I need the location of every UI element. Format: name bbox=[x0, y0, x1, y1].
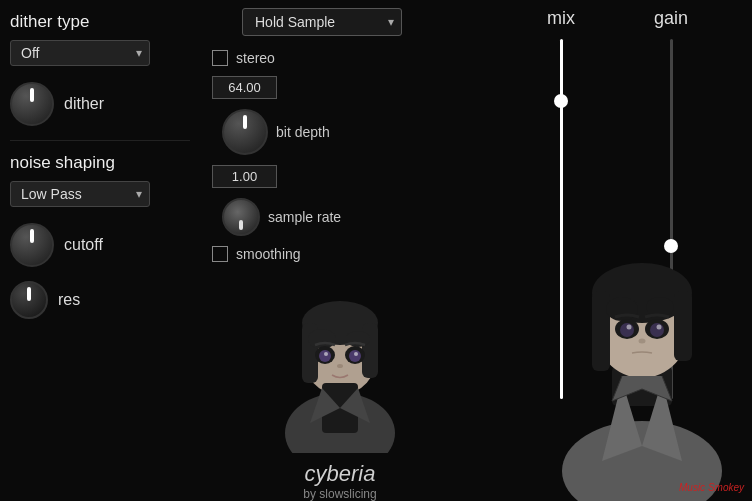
svg-point-28 bbox=[650, 323, 664, 337]
watermark: Music Smokey bbox=[679, 482, 744, 493]
res-knob[interactable] bbox=[10, 281, 48, 319]
anime-subtitle: by slowslicing bbox=[250, 487, 430, 501]
right-panel: mix gain bbox=[480, 0, 752, 501]
svg-rect-21 bbox=[592, 291, 610, 371]
sample-rate-label: sample rate bbox=[268, 209, 341, 225]
anime-title: cyberia bbox=[250, 461, 430, 487]
svg-point-11 bbox=[349, 350, 361, 362]
svg-point-29 bbox=[627, 325, 632, 330]
res-label: res bbox=[58, 291, 80, 309]
stereo-label: stereo bbox=[236, 50, 275, 66]
smoothing-label: smoothing bbox=[236, 246, 301, 262]
res-knob-row: res bbox=[10, 281, 190, 319]
bit-depth-knob-row: bit depth bbox=[222, 109, 468, 155]
anime-svg bbox=[260, 263, 420, 453]
svg-point-6 bbox=[308, 329, 336, 349]
svg-rect-5 bbox=[362, 323, 378, 378]
anime-container: cyberia by slowslicing bbox=[250, 263, 430, 501]
sample-rate-input[interactable] bbox=[212, 165, 277, 188]
smoothing-row: smoothing bbox=[212, 246, 468, 262]
cutoff-label: cutoff bbox=[64, 236, 103, 254]
bit-depth-input[interactable] bbox=[212, 76, 277, 99]
sample-rate-knob-row: sample rate bbox=[222, 198, 468, 236]
gain-label: gain bbox=[654, 8, 688, 29]
dither-type-select[interactable]: Off Rectangular Triangular bbox=[10, 40, 150, 66]
svg-point-14 bbox=[337, 364, 343, 368]
cutoff-knob[interactable] bbox=[10, 223, 54, 267]
bit-depth-label: bit depth bbox=[276, 124, 330, 140]
noise-shaping-title: noise shaping bbox=[10, 153, 190, 173]
dither-type-title: dither type bbox=[10, 12, 190, 32]
sample-rate-value-row bbox=[212, 165, 468, 188]
smoothing-checkbox[interactable] bbox=[212, 246, 228, 262]
dither-knob[interactable] bbox=[10, 82, 54, 126]
noise-shaping-select[interactable]: Low Pass High Pass Band Pass bbox=[10, 181, 150, 207]
svg-point-31 bbox=[639, 339, 646, 344]
mix-slider-thumb[interactable] bbox=[554, 94, 568, 108]
noise-shaping-dropdown-container[interactable]: Low Pass High Pass Band Pass ▾ bbox=[10, 181, 150, 207]
hold-sample-dropdown-container[interactable]: Hold Sample Zero Order Linear ▾ bbox=[242, 8, 402, 36]
stereo-checkbox[interactable] bbox=[212, 50, 228, 66]
right-anime-container bbox=[532, 181, 752, 501]
svg-point-13 bbox=[354, 352, 358, 356]
mix-label: mix bbox=[547, 8, 575, 29]
sample-rate-knob[interactable] bbox=[222, 198, 260, 236]
dither-label: dither bbox=[64, 95, 104, 113]
bit-depth-value-row bbox=[212, 76, 468, 99]
left-divider bbox=[10, 140, 190, 141]
svg-rect-22 bbox=[674, 291, 692, 361]
svg-point-23 bbox=[606, 297, 638, 321]
svg-point-27 bbox=[620, 323, 634, 337]
bit-depth-knob[interactable] bbox=[222, 109, 268, 155]
stereo-row: stereo bbox=[212, 50, 468, 66]
cutoff-knob-row: cutoff bbox=[10, 223, 190, 267]
right-anime-svg bbox=[532, 181, 752, 501]
middle-panel: Hold Sample Zero Order Linear ▾ stereo b… bbox=[200, 0, 480, 501]
dither-type-dropdown-container[interactable]: Off Rectangular Triangular ▾ bbox=[10, 40, 150, 66]
dither-knob-row: dither bbox=[10, 82, 190, 126]
svg-point-30 bbox=[657, 325, 662, 330]
hold-sample-select[interactable]: Hold Sample Zero Order Linear bbox=[242, 8, 402, 36]
svg-point-12 bbox=[324, 352, 328, 356]
left-panel: dither type Off Rectangular Triangular ▾… bbox=[0, 0, 200, 501]
svg-point-10 bbox=[319, 350, 331, 362]
